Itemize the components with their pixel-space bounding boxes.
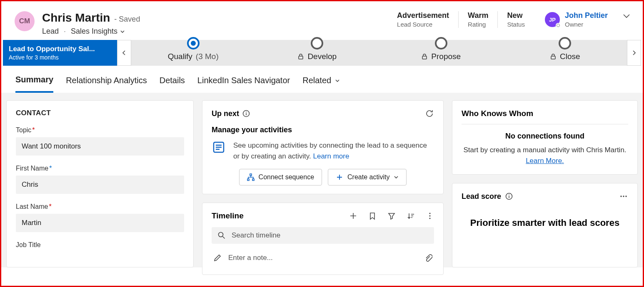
- attachment-icon[interactable]: [424, 254, 432, 262]
- who-knows-whom-card: Who Knows Whom No connections found Star…: [452, 100, 638, 175]
- svg-point-17: [625, 195, 627, 197]
- title-block: Chris Martin - Saved Lead · Sales Insigh…: [42, 11, 388, 36]
- stage-name: Develop: [307, 52, 337, 61]
- info-icon[interactable]: [242, 110, 250, 117]
- field-label: First Name: [16, 165, 48, 172]
- tab-related[interactable]: Related: [302, 75, 340, 93]
- owner-avatar: JP: [545, 12, 560, 27]
- stage-indicator-icon: [311, 37, 323, 49]
- connect-sequence-button[interactable]: Connect sequence: [239, 169, 322, 186]
- tab-linkedin-sales-navigator[interactable]: LinkedIn Sales Navigator: [197, 75, 290, 93]
- up-next-subtitle: Manage your activities: [212, 126, 434, 134]
- refresh-icon[interactable]: [425, 109, 434, 118]
- wkw-title: Who Knows Whom: [462, 109, 628, 124]
- bpf-stage-close[interactable]: Close: [503, 45, 627, 61]
- entity-type-label: Lead: [42, 27, 59, 36]
- stage-indicator-icon: [435, 37, 447, 49]
- meta-owner[interactable]: JP John Peltier Owner: [534, 11, 608, 28]
- record-name: Chris Martin: [42, 11, 110, 25]
- activities-illustration-icon: [212, 140, 226, 161]
- add-icon[interactable]: [349, 212, 357, 220]
- stage-indicator-icon: [187, 37, 200, 49]
- owner-initials: JP: [549, 17, 556, 23]
- contact-section: CONTACT Topic* First Name* Last Name* Jo…: [6, 100, 194, 267]
- field-last-name: Last Name*: [16, 203, 184, 232]
- stage-indicator-icon: [559, 37, 571, 49]
- meta-label: Rating: [468, 21, 488, 28]
- form-tabs: Summary Relationship Analytics Details L…: [1, 66, 643, 93]
- topic-input[interactable]: [16, 137, 184, 156]
- business-process-flow: Lead to Opportunity Sal... Active for 3 …: [3, 40, 641, 66]
- bpf-next-button[interactable]: [627, 40, 641, 66]
- more-icon[interactable]: [426, 212, 434, 220]
- field-topic: Topic*: [16, 126, 184, 156]
- meta-lead-source[interactable]: Advertisement Lead Source: [388, 11, 458, 28]
- timeline-note-input[interactable]: Enter a note...: [212, 250, 434, 266]
- lead-score-title: Lead score: [462, 192, 501, 201]
- timeline-search[interactable]: Search timeline: [212, 227, 434, 244]
- field-first-name: First Name*: [16, 165, 184, 194]
- search-placeholder: Search timeline: [232, 231, 280, 240]
- svg-point-15: [620, 195, 622, 197]
- create-activity-button[interactable]: Create activity: [328, 169, 407, 186]
- pencil-icon: [213, 254, 222, 262]
- bookmark-icon[interactable]: [368, 212, 377, 220]
- chevron-down-icon: [394, 175, 399, 180]
- section-title: CONTACT: [16, 109, 184, 117]
- button-label: Connect sequence: [259, 173, 314, 181]
- form-selector[interactable]: Sales Insights: [71, 27, 125, 36]
- last-name-input[interactable]: [16, 214, 184, 232]
- sequence-icon: [247, 173, 255, 181]
- meta-label: Status: [507, 21, 525, 28]
- field-label: Last Name: [16, 203, 48, 210]
- saved-state: - Saved: [114, 15, 140, 24]
- sort-icon[interactable]: [407, 212, 415, 220]
- wkw-learn-more-link[interactable]: Learn More.: [526, 157, 564, 165]
- bpf-stage-develop[interactable]: Develop: [255, 45, 379, 61]
- svg-rect-2: [551, 56, 555, 59]
- lead-score-tagline: Prioritize smarter with lead scores: [462, 218, 628, 228]
- first-name-input[interactable]: [16, 176, 184, 194]
- svg-point-9: [429, 213, 430, 214]
- plus-icon: [336, 173, 343, 181]
- record-avatar: CM: [15, 11, 35, 31]
- more-icon[interactable]: [619, 192, 628, 201]
- bpf-prev-button[interactable]: [117, 40, 131, 66]
- meta-value: New: [507, 11, 525, 20]
- learn-more-link[interactable]: Learn more: [313, 152, 349, 160]
- meta-value: Advertisement: [397, 11, 449, 20]
- presence-indicator-icon: [556, 23, 561, 28]
- up-next-card: Up next Manage your activities See upcom…: [202, 100, 444, 194]
- bpf-stage-propose[interactable]: Propose: [379, 45, 503, 61]
- field-job-title: Job Title: [16, 241, 184, 249]
- svg-point-12: [219, 233, 223, 237]
- info-icon[interactable]: [505, 193, 513, 200]
- tab-label: Related: [302, 76, 331, 85]
- tab-relationship-analytics[interactable]: Relationship Analytics: [66, 75, 147, 93]
- svg-point-14: [509, 195, 509, 195]
- bpf-stage-qualify[interactable]: Qualify (3 Mo): [131, 45, 255, 61]
- lock-icon: [421, 53, 428, 60]
- meta-status[interactable]: New Status: [497, 11, 534, 28]
- svg-rect-6: [250, 174, 252, 176]
- filter-icon[interactable]: [387, 212, 396, 220]
- field-label: Topic: [16, 126, 31, 134]
- bpf-process-name: Lead to Opportunity Sal...: [9, 45, 111, 53]
- header-expand-button[interactable]: [622, 11, 631, 20]
- tab-summary[interactable]: Summary: [15, 75, 53, 93]
- meta-rating[interactable]: Warm Rating: [458, 11, 497, 28]
- stage-name: Close: [560, 52, 580, 61]
- wkw-body: Start by creating a manual activity with…: [463, 146, 626, 154]
- separator-dot: ·: [64, 27, 66, 36]
- bpf-info[interactable]: Lead to Opportunity Sal... Active for 3 …: [3, 40, 117, 66]
- svg-point-11: [429, 218, 430, 219]
- timeline-card: Timeline Search timeline Enter a note...: [202, 203, 444, 275]
- timeline-title: Timeline: [212, 211, 244, 220]
- stage-duration: (3 Mo): [196, 52, 219, 61]
- tab-details[interactable]: Details: [160, 75, 185, 93]
- svg-point-10: [429, 215, 430, 216]
- form-content: CONTACT Topic* First Name* Last Name* Jo…: [1, 93, 643, 267]
- svg-rect-7: [247, 179, 249, 181]
- svg-point-16: [623, 195, 624, 197]
- chevron-down-icon: [120, 29, 125, 34]
